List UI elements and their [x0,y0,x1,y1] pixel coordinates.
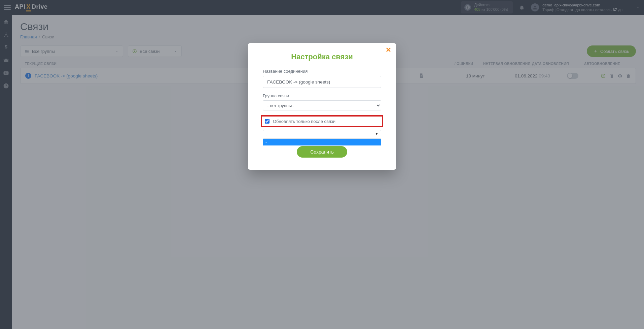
close-icon[interactable]: ✕ [386,46,391,53]
modal-title: Настройка связи [263,53,381,61]
update-after-checkbox-row[interactable]: Обновлять только после связи [261,115,383,127]
update-after-checkbox[interactable] [265,119,270,124]
connection-name-label: Название соединения [263,69,381,74]
modal-overlay: ✕ Настройка связи Название соединения Гр… [0,0,644,329]
group-select[interactable]: - нет группы - [263,100,381,110]
update-after-label: Обновлять только после связи [273,119,335,124]
group-label: Группа связи [263,93,381,98]
dependent-connection-select[interactable]: - [263,130,381,139]
dependent-connection-option-highlighted[interactable]: - [263,139,381,145]
connection-settings-modal: ✕ Настройка связи Название соединения Гр… [248,43,396,170]
save-button[interactable]: Сохранить [297,146,347,158]
dependent-connection-select-wrap: - ▼ - [263,130,381,139]
connection-name-input[interactable] [263,76,381,88]
